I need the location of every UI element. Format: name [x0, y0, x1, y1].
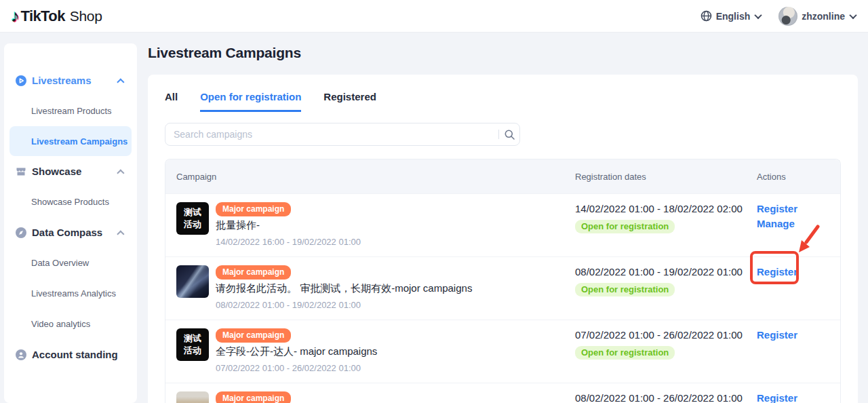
major-campaign-badge: Major campaign	[216, 391, 291, 403]
registration-dates: 14/02/2022 01:00 - 18/02/2022 02:00	[575, 203, 743, 214]
column-header-registration-dates: Registration dates	[575, 172, 757, 182]
search-input[interactable]	[165, 129, 498, 140]
table-row: Major campaign 审批 08/02/2022 01:00 - 26/…	[165, 383, 840, 403]
tiktok-shop-logo[interactable]: ♪ TikTok Shop	[11, 7, 102, 25]
sidebar-subitem-label: Livestreams Analytics	[31, 288, 116, 299]
tiktok-note-icon: ♪	[11, 7, 20, 24]
campaign-title: 请勿报名此活动。 审批测试，长期有效-mojor campaigns	[216, 282, 472, 295]
sidebar-item-label: Data Compass	[32, 227, 119, 238]
sidebar-item-label: Livestreams	[32, 75, 119, 86]
sidebar-item-label: Account standing	[32, 349, 125, 360]
campaign-title: 批量操作-	[216, 219, 260, 232]
language-selector[interactable]: English	[701, 10, 762, 22]
brand-suffix: Shop	[70, 8, 102, 24]
major-campaign-badge: Major campaign	[216, 328, 291, 343]
username-label: zhzonline	[802, 11, 845, 22]
search-icon[interactable]	[499, 130, 519, 140]
globe-icon	[701, 10, 712, 22]
sidebar-subitem-label: Showcase Products	[31, 197, 109, 207]
sidebar-item-showcase[interactable]: Showcase	[4, 156, 137, 187]
sidebar-item-livestream-campaigns[interactable]: Livestream Campaigns	[9, 126, 132, 156]
tab-registered[interactable]: Registered	[323, 91, 376, 112]
status-badge: Open for registration	[575, 220, 675, 233]
campaigns-table: Campaign Registration dates Actions 测试 活…	[165, 159, 841, 403]
page-title: Livestream Campaigns	[148, 45, 301, 61]
sidebar-item-video-analytics[interactable]: Video analytics	[4, 309, 137, 339]
chevron-down-icon	[849, 11, 856, 18]
sidebar-item-livestreams-analytics[interactable]: Livestreams Analytics	[4, 278, 137, 309]
tab-open-for-registration[interactable]: Open for registration	[200, 91, 301, 112]
registration-dates: 08/02/2022 01:00 - 19/02/2022 01:00	[575, 266, 743, 277]
status-badge: Open for registration	[575, 283, 675, 296]
sidebar-subitem-label: Data Overview	[31, 258, 89, 268]
user-avatar	[778, 7, 797, 26]
status-badge: Open for registration	[575, 346, 675, 360]
table-row: 测试 活动 Major campaign 全字段-公开-达人- major ca…	[165, 320, 840, 383]
campaign-thumbnail: 测试 活动	[176, 328, 209, 361]
registration-dates: 08/02/2022 01:00 - 26/02/2022 01:00	[575, 392, 743, 403]
register-link[interactable]: Register	[757, 391, 797, 403]
register-link[interactable]: Register	[757, 202, 797, 216]
sidebar-item-data-compass[interactable]: Data Compass	[4, 217, 137, 248]
sidebar-subitem-label: Livestream Products	[31, 106, 112, 116]
sidebar-item-label: Showcase	[32, 166, 119, 177]
campaigns-card: All Open for registration Registered Cam…	[148, 75, 858, 403]
table-row: 测试 活动 Major campaign 批量操作- 14/02/2022 16…	[165, 193, 840, 256]
campaign-thumbnail	[176, 391, 209, 403]
manage-link[interactable]: Manage	[757, 217, 795, 231]
sidebar-item-data-overview[interactable]: Data Overview	[4, 248, 137, 278]
major-campaign-badge: Major campaign	[216, 265, 291, 280]
sidebar-subitem-label: Livestream Campaigns	[31, 136, 127, 147]
campaign-dates: 07/02/2022 01:00 - 26/02/2022 01:00	[216, 363, 361, 373]
compass-icon	[16, 227, 26, 238]
campaign-title: 全字段-公开-达人- major campaigns	[216, 345, 377, 358]
tab-bar: All Open for registration Registered	[165, 91, 841, 112]
sidebar-item-livestreams[interactable]: Livestreams	[4, 65, 137, 96]
column-header-actions: Actions	[757, 172, 842, 182]
sidebar-subitem-label: Video analytics	[31, 319, 90, 329]
chevron-down-icon	[755, 11, 762, 18]
major-campaign-badge: Major campaign	[216, 202, 291, 216]
sidebar: Livestreams Livestream Products Livestre…	[4, 43, 137, 403]
search-box	[165, 123, 520, 146]
campaign-dates: 08/02/2022 01:00 - 19/02/2022 01:00	[216, 300, 361, 310]
play-circle-icon	[16, 75, 26, 86]
table-header: Campaign Registration dates Actions	[165, 159, 840, 193]
storefront-icon	[16, 166, 26, 177]
sidebar-item-livestream-products[interactable]: Livestream Products	[4, 96, 137, 126]
column-header-campaign: Campaign	[165, 172, 575, 182]
table-row: Major campaign 请勿报名此活动。 审批测试，长期有效-mojor …	[165, 256, 840, 320]
sidebar-item-showcase-products[interactable]: Showcase Products	[4, 187, 137, 217]
brand-name: TikTok	[21, 7, 65, 25]
language-label: English	[716, 11, 751, 22]
person-circle-icon	[16, 349, 26, 360]
user-menu[interactable]: zhzonline	[778, 7, 856, 26]
campaign-dates: 14/02/2022 16:00 - 19/02/2022 01:00	[216, 237, 361, 247]
register-link[interactable]: Register	[757, 328, 797, 342]
campaign-thumbnail: 测试 活动	[176, 202, 209, 235]
registration-dates: 07/02/2022 01:00 - 26/02/2022 01:00	[575, 329, 743, 341]
campaign-thumbnail	[176, 265, 209, 298]
top-bar: ♪ TikTok Shop English zhzonline	[0, 0, 868, 33]
sidebar-item-account-standing[interactable]: Account standing	[4, 339, 137, 370]
register-link-highlighted[interactable]: Register	[757, 265, 797, 279]
tab-all[interactable]: All	[165, 91, 178, 112]
